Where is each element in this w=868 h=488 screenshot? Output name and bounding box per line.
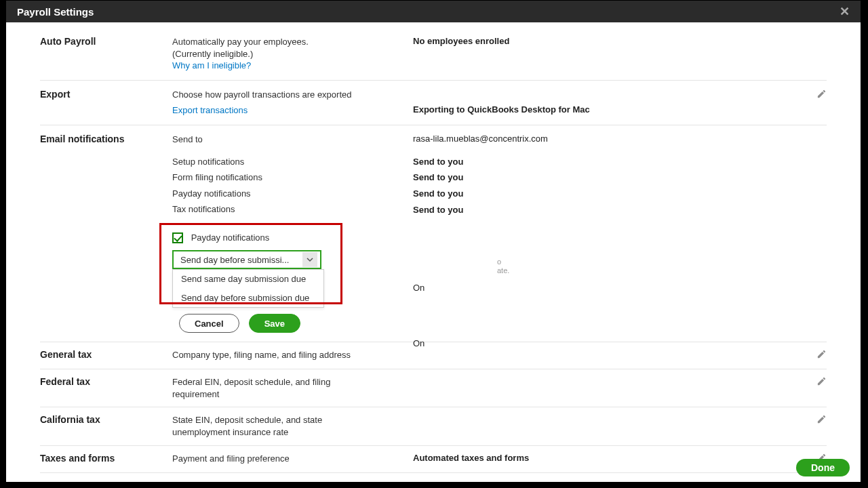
federal-tax-desc: Federal EIN, deposit schedule, and filin…	[172, 376, 335, 400]
california-tax-desc: State EIN, deposit schedule, and state u…	[172, 414, 328, 438]
dropdown-option[interactable]: Send same day submission due	[173, 270, 323, 289]
payroll-settings-modal: Payroll Settings ✕ Auto Payroll Automati…	[5, 0, 861, 483]
auto-payroll-status: No employees enrolled	[413, 36, 800, 46]
modal-header: Payroll Settings ✕	[6, 1, 861, 22]
second-on-status: On	[413, 338, 425, 348]
federal-tax-label: Federal tax	[40, 376, 172, 387]
notif-row-value: Send to you	[413, 157, 827, 167]
notif-row-value: Send to you	[413, 188, 827, 199]
taxes-forms-value: Automated taxes and forms	[413, 453, 800, 463]
section-email-notifications: Email notifications Send to rasa-lila.mu…	[40, 125, 827, 343]
payday-checkbox[interactable]	[172, 232, 183, 243]
section-taxes-forms: Taxes and forms Payment and filing prefe…	[40, 446, 827, 473]
payday-on-status: On	[413, 283, 425, 293]
general-tax-label: General tax	[40, 349, 172, 360]
payday-timing-select[interactable]: Send day before submissi... Send same da…	[172, 250, 321, 269]
send-to-label: Send to	[172, 134, 413, 146]
section-general-tax: General tax Company type, filing name, a…	[40, 342, 827, 369]
close-icon[interactable]: ✕	[840, 5, 850, 18]
export-transactions-link[interactable]: Export transactions	[172, 105, 248, 115]
notif-row-value: Send to you	[413, 205, 827, 215]
dropdown-option[interactable]: Send day before submission due	[173, 289, 323, 308]
export-status: Exporting to QuickBooks Desktop for Mac	[413, 104, 800, 115]
done-button[interactable]: Done	[796, 459, 850, 476]
taxes-forms-desc: Payment and filing preference	[172, 453, 413, 465]
select-selected-value: Send day before submissi...	[180, 254, 289, 266]
taxes-forms-label: Taxes and forms	[40, 453, 172, 464]
cancel-button[interactable]: Cancel	[179, 314, 239, 333]
modal-title: Payroll Settings	[17, 6, 94, 18]
auto-payroll-label: Auto Payroll	[40, 36, 172, 47]
pencil-icon[interactable]	[816, 376, 827, 386]
pencil-icon[interactable]	[816, 349, 827, 359]
section-auto-payroll: Auto Payroll Automatically pay your empl…	[40, 32, 827, 81]
section-export: Export Choose how payroll transactions a…	[40, 81, 827, 125]
notif-row-value: Send to you	[413, 172, 827, 182]
modal-body: Auto Payroll Automatically pay your empl…	[6, 22, 861, 482]
section-california-tax: California tax State EIN, deposit schedu…	[40, 407, 827, 445]
footer: Done	[796, 462, 850, 474]
section-federal-tax: Federal tax Federal EIN, deposit schedul…	[40, 369, 827, 407]
ineligible-link[interactable]: Why am I ineligible?	[172, 60, 251, 70]
export-label: Export	[40, 89, 172, 100]
auto-payroll-desc: Automatically pay your employees. (Curre…	[172, 36, 413, 72]
export-desc: Choose how payroll transactions are expo…	[172, 89, 413, 101]
general-tax-desc: Company type, filing name, and filing ad…	[172, 349, 413, 361]
payday-checkbox-label: Payday notifications	[191, 232, 270, 243]
pencil-icon[interactable]	[816, 89, 827, 99]
notif-row-label: Tax notifications	[172, 203, 413, 216]
send-to-email: rasa-lila.mueblas@concentrix.com	[413, 134, 800, 144]
save-button[interactable]: Save	[249, 314, 300, 333]
notif-row-label: Form filing notifications	[172, 171, 413, 184]
email-label: Email notifications	[40, 134, 172, 144]
notif-row-label: Payday notifications	[172, 188, 413, 200]
chevron-down-icon	[302, 252, 317, 267]
pencil-icon[interactable]	[816, 414, 827, 424]
notif-row-label: Setup notifications	[172, 156, 413, 168]
payday-dropdown-list: Send same day submission due Send day be…	[172, 269, 324, 308]
california-tax-label: California tax	[40, 414, 172, 425]
